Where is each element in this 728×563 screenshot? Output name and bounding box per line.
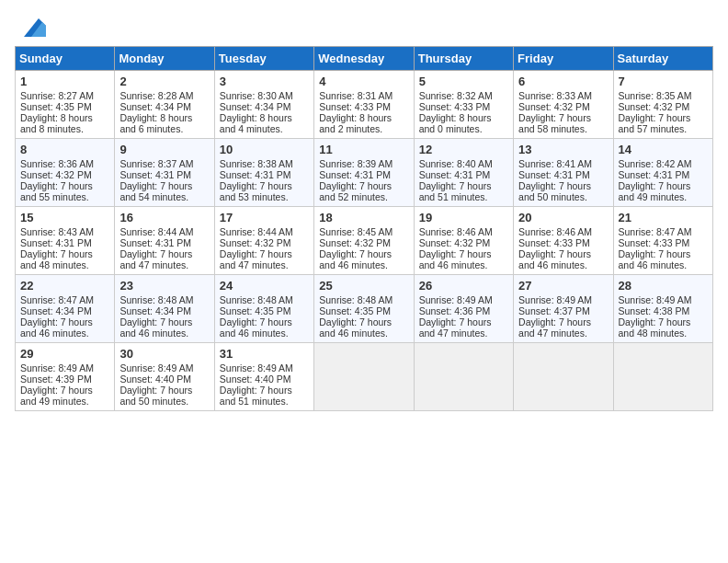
daylight: Daylight: 8 hours and 4 minutes.	[220, 112, 292, 134]
calendar-cell: 11Sunrise: 8:39 AMSunset: 4:31 PMDayligh…	[314, 139, 414, 207]
sunrise: Sunrise: 8:48 AM	[119, 294, 193, 305]
calendar-cell: 22Sunrise: 8:47 AMSunset: 4:34 PMDayligh…	[16, 275, 115, 343]
sunset: Sunset: 4:38 PM	[619, 305, 690, 316]
sunset: Sunset: 4:32 PM	[20, 169, 92, 180]
sunset: Sunset: 4:33 PM	[319, 101, 391, 112]
sunrise: Sunrise: 8:41 AM	[518, 158, 592, 169]
day-number: 2	[119, 75, 209, 88]
calendar-cell: 28Sunrise: 8:49 AMSunset: 4:38 PMDayligh…	[613, 275, 712, 343]
day-number: 8	[20, 143, 109, 156]
sunrise: Sunrise: 8:49 AM	[119, 362, 193, 373]
day-number: 10	[220, 143, 309, 156]
calendar-cell: 2Sunrise: 8:28 AMSunset: 4:34 PMDaylight…	[115, 71, 214, 139]
daylight: Daylight: 7 hours and 57 minutes.	[619, 112, 691, 134]
sunset: Sunset: 4:34 PM	[220, 101, 291, 112]
daylight: Daylight: 7 hours and 52 minutes.	[319, 180, 392, 202]
daylight: Daylight: 7 hours and 58 minutes.	[518, 112, 591, 134]
day-number: 4	[319, 75, 408, 88]
calendar-cell: 16Sunrise: 8:44 AMSunset: 4:31 PMDayligh…	[115, 207, 214, 275]
sunset: Sunset: 4:34 PM	[119, 305, 191, 316]
daylight: Daylight: 7 hours and 51 minutes.	[419, 180, 492, 202]
sunrise: Sunrise: 8:44 AM	[119, 226, 193, 237]
sunrise: Sunrise: 8:48 AM	[319, 294, 392, 305]
daylight: Daylight: 7 hours and 53 minutes.	[220, 180, 292, 202]
calendar-week-row: 1Sunrise: 8:27 AMSunset: 4:35 PMDaylight…	[16, 71, 713, 139]
sunrise: Sunrise: 8:45 AM	[319, 226, 392, 237]
calendar-cell: 26Sunrise: 8:49 AMSunset: 4:36 PMDayligh…	[414, 275, 513, 343]
sunset: Sunset: 4:33 PM	[419, 101, 491, 112]
sunrise: Sunrise: 8:49 AM	[220, 362, 293, 373]
daylight: Daylight: 7 hours and 50 minutes.	[119, 385, 192, 407]
sunrise: Sunrise: 8:46 AM	[419, 226, 493, 237]
weekday-header: Tuesday	[214, 47, 313, 71]
day-number: 11	[319, 143, 408, 156]
sunset: Sunset: 4:35 PM	[319, 305, 391, 316]
sunset: Sunset: 4:33 PM	[619, 237, 690, 248]
calendar-cell: 15Sunrise: 8:43 AMSunset: 4:31 PMDayligh…	[16, 207, 115, 275]
day-number: 30	[119, 347, 209, 361]
sunset: Sunset: 4:31 PM	[419, 169, 491, 180]
weekday-header: Monday	[115, 47, 214, 71]
daylight: Daylight: 7 hours and 46 minutes.	[518, 248, 591, 270]
calendar-cell: 8Sunrise: 8:36 AMSunset: 4:32 PMDaylight…	[16, 139, 115, 207]
calendar-cell: 12Sunrise: 8:40 AMSunset: 4:31 PMDayligh…	[414, 139, 513, 207]
calendar-week-row: 22Sunrise: 8:47 AMSunset: 4:34 PMDayligh…	[16, 275, 713, 343]
sunset: Sunset: 4:34 PM	[20, 305, 92, 316]
sunset: Sunset: 4:40 PM	[119, 373, 191, 385]
sunrise: Sunrise: 8:47 AM	[20, 294, 94, 305]
daylight: Daylight: 7 hours and 48 minutes.	[619, 316, 691, 339]
daylight: Daylight: 7 hours and 50 minutes.	[518, 180, 591, 202]
page-header	[15, 15, 713, 40]
daylight: Daylight: 8 hours and 6 minutes.	[119, 112, 192, 134]
sunset: Sunset: 4:32 PM	[220, 237, 291, 248]
day-number: 29	[20, 347, 109, 361]
day-number: 20	[518, 211, 608, 224]
calendar-cell: 6Sunrise: 8:33 AMSunset: 4:32 PMDaylight…	[514, 71, 613, 139]
day-number: 14	[619, 143, 708, 156]
sunrise: Sunrise: 8:36 AM	[20, 158, 94, 169]
sunset: Sunset: 4:31 PM	[319, 169, 391, 180]
sunset: Sunset: 4:31 PM	[619, 169, 690, 180]
day-number: 28	[619, 279, 708, 293]
daylight: Daylight: 8 hours and 0 minutes.	[419, 112, 492, 134]
sunrise: Sunrise: 8:35 AM	[619, 90, 692, 101]
weekday-header: Sunday	[16, 47, 115, 71]
calendar-cell: 4Sunrise: 8:31 AMSunset: 4:33 PMDaylight…	[314, 71, 414, 139]
sunrise: Sunrise: 8:33 AM	[518, 90, 592, 101]
sunset: Sunset: 4:32 PM	[619, 101, 690, 112]
sunset: Sunset: 4:31 PM	[220, 169, 291, 180]
daylight: Daylight: 7 hours and 49 minutes.	[619, 180, 691, 202]
sunset: Sunset: 4:32 PM	[419, 237, 491, 248]
daylight: Daylight: 7 hours and 46 minutes.	[319, 316, 392, 339]
calendar-cell: 5Sunrise: 8:32 AMSunset: 4:33 PMDaylight…	[414, 71, 513, 139]
day-number: 21	[619, 211, 708, 224]
sunrise: Sunrise: 8:32 AM	[419, 90, 493, 101]
sunset: Sunset: 4:31 PM	[119, 237, 191, 248]
daylight: Daylight: 7 hours and 55 minutes.	[20, 180, 93, 202]
calendar-week-row: 29Sunrise: 8:49 AMSunset: 4:39 PMDayligh…	[16, 343, 713, 411]
day-number: 1	[20, 75, 109, 88]
sunrise: Sunrise: 8:43 AM	[20, 226, 94, 237]
calendar-cell	[314, 343, 414, 411]
weekday-header: Saturday	[613, 47, 712, 71]
sunset: Sunset: 4:36 PM	[419, 305, 491, 316]
day-number: 23	[119, 279, 209, 293]
daylight: Daylight: 7 hours and 46 minutes.	[419, 248, 492, 270]
day-number: 18	[319, 211, 408, 224]
logo	[15, 15, 46, 40]
calendar-cell: 25Sunrise: 8:48 AMSunset: 4:35 PMDayligh…	[314, 275, 414, 343]
sunrise: Sunrise: 8:39 AM	[319, 158, 392, 169]
sunrise: Sunrise: 8:38 AM	[220, 158, 293, 169]
day-number: 25	[319, 279, 408, 293]
calendar-cell: 24Sunrise: 8:48 AMSunset: 4:35 PMDayligh…	[214, 275, 313, 343]
weekday-header: Wednesday	[314, 47, 414, 71]
day-number: 19	[419, 211, 508, 224]
day-number: 31	[220, 347, 309, 361]
daylight: Daylight: 7 hours and 47 minutes.	[119, 248, 192, 270]
daylight: Daylight: 7 hours and 47 minutes.	[220, 248, 292, 270]
sunrise: Sunrise: 8:28 AM	[119, 90, 193, 101]
calendar-cell: 14Sunrise: 8:42 AMSunset: 4:31 PMDayligh…	[613, 139, 712, 207]
calendar-week-row: 8Sunrise: 8:36 AMSunset: 4:32 PMDaylight…	[16, 139, 713, 207]
sunset: Sunset: 4:37 PM	[518, 305, 590, 316]
sunset: Sunset: 4:35 PM	[20, 101, 92, 112]
